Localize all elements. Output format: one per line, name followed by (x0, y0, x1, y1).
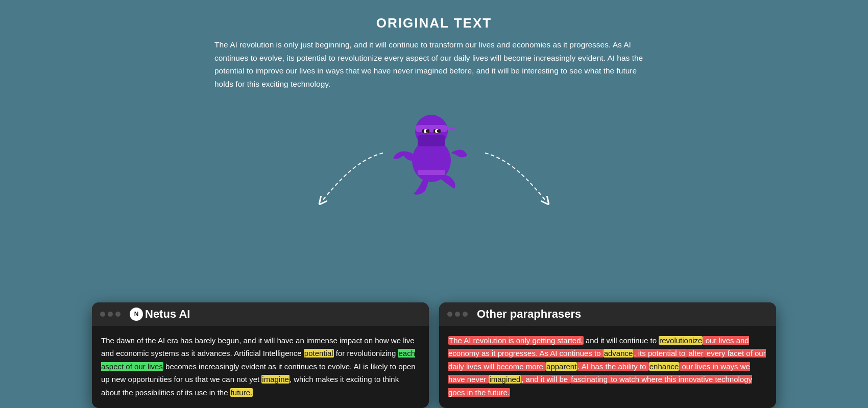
original-text-body: The AI revolution is only just beginning… (214, 38, 654, 90)
dot-1 (100, 312, 105, 317)
other-hl-8: apparent (546, 362, 577, 371)
netus-logo-icon: N (130, 308, 143, 321)
page-container: ORIGINAL TEXT The AI revolution is only … (0, 0, 868, 408)
dot-2 (108, 312, 113, 317)
other-panel-content: The AI revolution is only getting starte… (439, 326, 776, 409)
other-hl-14: fascinating (570, 375, 608, 384)
netus-titlebar: N Netus AI (92, 302, 429, 326)
svg-rect-2 (415, 125, 448, 132)
other-hl-5: , its potential to (633, 349, 688, 358)
netus-titlebar-dots (100, 312, 120, 317)
panels-container: N Netus AI The dawn of the AI era has ba… (82, 302, 786, 409)
netus-highlight-future: future. (230, 388, 253, 397)
original-text-section: ORIGINAL TEXT The AI revolution is only … (214, 15, 654, 90)
netus-panel: N Netus AI The dawn of the AI era has ba… (92, 302, 429, 409)
other-hl-9: . AI has the ability to (577, 362, 648, 371)
other-hl-4: advance (604, 349, 634, 358)
netus-panel-content: The dawn of the AI era has barely begun,… (92, 326, 429, 409)
svg-point-8 (437, 130, 439, 133)
dot-3 (115, 312, 120, 317)
other-titlebar-dots (447, 312, 468, 317)
other-hl-2: revolutionize (659, 336, 703, 345)
other-text-1: and it will continue to (584, 336, 659, 345)
page-title: ORIGINAL TEXT (214, 15, 654, 31)
other-hl-10: enhance (649, 362, 680, 371)
dot-6 (463, 312, 468, 317)
dot-4 (447, 312, 452, 317)
svg-rect-10 (418, 170, 445, 175)
netus-highlight-potential: potential (304, 349, 334, 358)
dot-5 (455, 312, 460, 317)
svg-point-7 (426, 130, 428, 133)
netus-panel-title: N Netus AI (130, 308, 190, 321)
netus-title-text: Netus AI (145, 308, 190, 321)
other-titlebar: Other paraphrasers (439, 302, 776, 326)
other-hl-1: The AI revolution is only getting starte… (448, 336, 584, 345)
other-panel-title: Other paraphrasers (477, 308, 581, 321)
other-hl-12: imagined (489, 375, 521, 384)
ninja-character (388, 94, 480, 201)
other-hl-13: , and it will be (521, 375, 570, 384)
arrow-right (465, 148, 567, 204)
netus-highlight-imagine: imagine (261, 375, 290, 384)
netus-text-2: for revolutionizing (334, 349, 398, 358)
other-title-text: Other paraphrasers (477, 308, 581, 320)
other-panel: Other paraphrasers The AI revolution is … (439, 302, 776, 409)
other-hl-6: alter (688, 349, 704, 358)
svg-rect-9 (418, 135, 445, 146)
